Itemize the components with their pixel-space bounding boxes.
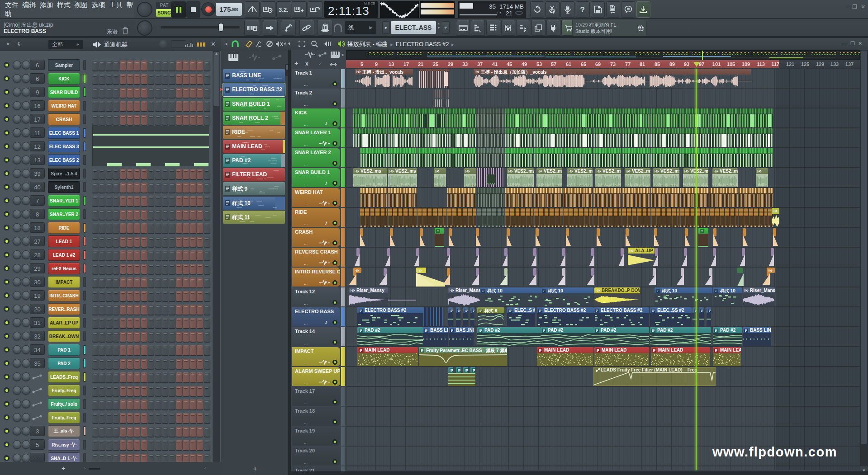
svg-text:?: ? [580, 5, 585, 14]
svg-text:3.2.: 3.2. [279, 6, 289, 13]
